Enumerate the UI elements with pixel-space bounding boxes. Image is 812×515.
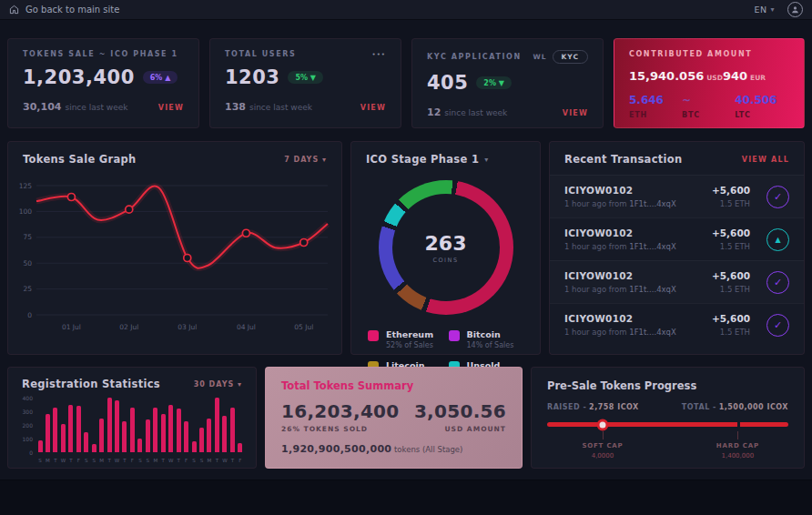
language-label: EN bbox=[754, 5, 766, 15]
check-circle-icon[interactable]: ✓ bbox=[766, 186, 789, 208]
change-badge[interactable]: 5% ▼ bbox=[288, 71, 323, 84]
bar-x-label: F bbox=[238, 458, 243, 463]
transaction-amount: +5,600 bbox=[712, 227, 750, 238]
card-title: TOTAL USERS bbox=[225, 50, 296, 58]
chevron-down-icon[interactable]: ▾ bbox=[484, 156, 488, 164]
check-circle-icon[interactable]: ✓ bbox=[766, 314, 789, 337]
svg-text:04 Jul: 04 Jul bbox=[237, 323, 256, 331]
eth-value: 5.646 bbox=[629, 94, 682, 106]
range-dropdown[interactable]: 7 DAYS ▾ bbox=[284, 156, 327, 164]
panel-title: Registration Statistics bbox=[22, 378, 160, 390]
tab-kyc[interactable]: KYC bbox=[553, 50, 588, 64]
total-label: TOTAL - bbox=[682, 403, 716, 411]
usd-unit: USD bbox=[706, 74, 723, 82]
bar-x-label: S bbox=[91, 458, 96, 463]
ltc-label: LTC bbox=[735, 111, 787, 119]
view-all-button[interactable]: VIEW ALL bbox=[742, 156, 789, 164]
more-menu-icon[interactable]: ••• bbox=[372, 51, 386, 58]
tokens-sale-graph-panel: Tokens Sale Graph 7 DAYS ▾ 0255075100125… bbox=[7, 141, 342, 355]
legend-label: Ethereum bbox=[386, 329, 433, 339]
raised-value: 2,758 ICOX bbox=[589, 403, 639, 411]
bar-x-label: W bbox=[168, 458, 174, 463]
data-point-marker bbox=[242, 229, 249, 237]
hard-cap-label: HARD CAP bbox=[716, 442, 759, 449]
data-point-marker bbox=[126, 206, 133, 213]
transaction-id: ICIYOW0102 bbox=[564, 270, 712, 281]
usd-amount-value: 3,050.56 bbox=[414, 400, 506, 422]
bar-x-label: T bbox=[176, 458, 181, 463]
home-icon bbox=[9, 5, 19, 15]
donut-center-label: COINS bbox=[432, 257, 458, 264]
bar-y-tick: 400 bbox=[23, 395, 33, 401]
transaction-eth: 1.5 ETH bbox=[712, 328, 750, 337]
language-selector[interactable]: EN ▾ bbox=[754, 5, 775, 15]
ico-stage-donut: 263 COINS bbox=[379, 180, 513, 315]
range-label: 7 DAYS bbox=[284, 156, 319, 164]
bar-x-label: T bbox=[68, 458, 74, 463]
transaction-address: 1F1t....4xqX bbox=[629, 285, 676, 294]
bar-x-label: W bbox=[60, 458, 66, 463]
card-title: KYC APPLICATION bbox=[427, 53, 522, 61]
progress-handle[interactable] bbox=[596, 419, 608, 430]
transaction-row[interactable]: ICIYOW0102 1 hour ago from 1F1t....4xqX … bbox=[550, 175, 804, 217]
range-dropdown[interactable]: 30 DAYS ▾ bbox=[194, 380, 242, 389]
panel-title: Recent Transaction bbox=[564, 153, 683, 166]
bar-x-label: T bbox=[229, 458, 235, 463]
kyc-value: 405 bbox=[427, 72, 468, 94]
tab-wl[interactable]: WL bbox=[533, 53, 546, 61]
btc-value: ~ bbox=[682, 94, 735, 106]
bar-x-label: M bbox=[207, 458, 212, 463]
arrow-up-circle-icon[interactable]: ▲ bbox=[766, 228, 789, 251]
badge-arrow-icon: ▼ bbox=[310, 74, 316, 82]
transaction-id: ICIYOW0102 bbox=[564, 227, 712, 238]
legend-item: Ethereum 52% of Sales bbox=[368, 329, 443, 349]
transaction-amount: +5,600 bbox=[712, 313, 750, 324]
transaction-eth: 1.5 ETH bbox=[712, 285, 750, 294]
transaction-row[interactable]: ICIYOW0102 1 hour ago from 1F1t....4xqX … bbox=[550, 303, 804, 346]
check-circle-icon[interactable]: ✓ bbox=[766, 271, 789, 294]
transaction-meta: 1 hour ago from 1F1t....4xqX bbox=[564, 328, 712, 337]
card-title: CONTRIBUTED AMOUNT bbox=[629, 50, 789, 58]
all-stage-value: 1,920,900,500,000 bbox=[281, 443, 391, 455]
badge-arrow-icon: ▼ bbox=[499, 79, 504, 87]
chevron-down-icon: ▾ bbox=[238, 380, 242, 389]
legend-swatch bbox=[368, 330, 379, 341]
transaction-row[interactable]: ICIYOW0102 1 hour ago from 1F1t....4xqX … bbox=[550, 260, 804, 303]
raised-label: RAISED - bbox=[547, 403, 586, 411]
bar bbox=[91, 444, 96, 452]
avatar[interactable] bbox=[787, 2, 803, 17]
svg-text:02 Jul: 02 Jul bbox=[119, 323, 138, 331]
progress-track[interactable]: SOFT CAP 4,0000 HARD CAP 1,400,000 bbox=[547, 422, 788, 427]
bar-x-label: T bbox=[214, 458, 219, 463]
bar-x-label: T bbox=[122, 458, 127, 463]
presale-progress-panel: Pre-Sale Tokens Progress RAISED - 2,758 … bbox=[531, 367, 805, 469]
usd-amount-caption: USD AMOUNT bbox=[445, 425, 506, 433]
change-badge[interactable]: 2% ▼ bbox=[476, 76, 512, 89]
hard-cap-divider bbox=[737, 421, 740, 428]
transaction-row[interactable]: ICIYOW0102 1 hour ago from 1F1t....4xqX … bbox=[550, 217, 804, 260]
view-button[interactable]: VIEW bbox=[158, 104, 184, 112]
back-link[interactable]: Go back to main site bbox=[9, 5, 119, 15]
bar-x-label: S bbox=[191, 458, 197, 463]
range-label: 30 DAYS bbox=[194, 380, 235, 389]
change-badge[interactable]: 6% ▲ bbox=[143, 71, 178, 84]
transaction-meta: 1 hour ago from 1F1t....4xqX bbox=[564, 242, 712, 251]
view-button[interactable]: VIEW bbox=[563, 109, 588, 117]
dashboard-page: Go back to main site EN ▾ TOKENS SALE ~ … bbox=[0, 0, 812, 515]
delta-caption: since last week bbox=[249, 103, 312, 112]
transaction-id: ICIYOW0102 bbox=[564, 313, 712, 324]
bar bbox=[76, 406, 81, 452]
bar-x-label: W bbox=[115, 458, 120, 463]
view-button[interactable]: VIEW bbox=[360, 104, 386, 112]
transaction-address: 1F1t....4xqX bbox=[629, 242, 676, 251]
bar-chart-bars bbox=[37, 398, 243, 452]
bar bbox=[222, 416, 228, 453]
bar-y-tick: 0 bbox=[29, 449, 33, 456]
bar bbox=[68, 405, 74, 453]
transaction-list: ICIYOW0102 1 hour ago from 1F1t....4xqX … bbox=[550, 175, 804, 346]
hard-cap-value: 1,400,000 bbox=[716, 452, 759, 459]
topbar-right: EN ▾ bbox=[754, 2, 803, 17]
bar bbox=[129, 408, 135, 453]
bar-x-label: T bbox=[53, 458, 58, 463]
bar-y-tick: 100 bbox=[23, 436, 33, 442]
